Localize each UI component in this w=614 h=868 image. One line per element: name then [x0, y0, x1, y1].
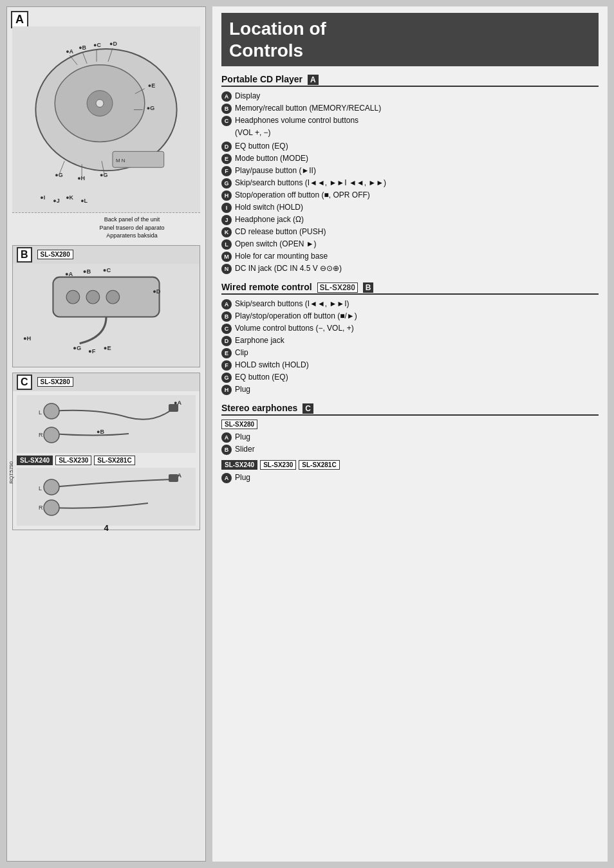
list-item: H Stop/operation off button (■, OPR OFF) — [221, 190, 599, 201]
list-item: C Headphones volume control buttons — [221, 115, 599, 126]
list-item: M Hole for car mounting base — [221, 251, 599, 262]
wired-remote-list: A Skip/search buttons (I◄◄, ►►I) B Play/… — [221, 299, 599, 395]
item-circle-f: F — [221, 166, 232, 176]
list-item: E Mode button (MODE) — [221, 153, 599, 164]
item-text: Play/pause button (►II) — [235, 165, 599, 176]
svg-text:●B: ●B — [97, 429, 104, 435]
item-circle-n: N — [221, 264, 232, 274]
list-item: D EQ button (EQ) — [221, 141, 599, 152]
list-item: C Volume control buttons (−, VOL, +) — [221, 323, 599, 334]
item-circle-b: B — [221, 311, 232, 322]
item-text: Display — [235, 91, 599, 102]
model-badge-sx281c-right: SL-SX281C — [299, 460, 339, 470]
item-text: Stop/operation off button (■, OPR OFF) — [235, 190, 599, 201]
item-text: DC IN jack (DC IN 4.5 V ⊖⊙⊕) — [235, 263, 599, 274]
list-item: F HOLD switch (HOLD) — [221, 360, 599, 371]
right-panel: Location of Controls Portable CD Player … — [212, 6, 608, 862]
item-circle-m: M — [221, 252, 232, 262]
list-item: E Clip — [221, 347, 599, 358]
item-text: Hold switch (HOLD) — [235, 202, 599, 213]
back-panel-text: Back panel of the unit Panel trasero del… — [64, 216, 200, 240]
model-badge-sx281c: SL-SX281C — [94, 456, 135, 465]
item-subtext: (VOL +, −) — [235, 127, 599, 138]
svg-text:L: L — [39, 485, 42, 492]
earphone-diagram-sl280: ●A L ●B R — [17, 395, 196, 453]
item-circle-g: G — [221, 373, 232, 383]
list-item: D Earphone jack — [221, 335, 599, 346]
item-circle-a: A — [221, 432, 232, 443]
item-text: Memory/recall button (MEMORY/RECALL) — [235, 103, 599, 114]
list-item: B Memory/recall button (MEMORY/RECALL) — [221, 103, 599, 114]
item-circle-c: C — [221, 324, 232, 334]
portable-cd-heading: Portable CD Player A — [221, 74, 599, 87]
title-block: Location of Controls — [221, 13, 599, 66]
vertical-label: RQT5790 — [8, 461, 14, 484]
svg-text:●J: ●J — [53, 198, 59, 204]
item-text: Hole for car mounting base — [235, 251, 599, 262]
item-circle-d: D — [221, 336, 232, 346]
stereo-earphones-box-label: C — [302, 403, 313, 414]
svg-text:●A: ●A — [66, 48, 73, 55]
svg-rect-52 — [169, 474, 178, 482]
model-sl280-badge-row: SL-SX280 — [221, 420, 599, 429]
svg-point-51 — [44, 500, 59, 515]
list-item: G EQ button (EQ) — [221, 372, 599, 383]
wired-remote-box-label: SL-SX280 — [317, 282, 358, 293]
list-item: G Skip/search buttons (I◄◄, ►►I ◄◄, ►►) — [221, 178, 599, 189]
item-text: Plug — [235, 432, 599, 443]
item-circle-g: G — [221, 178, 232, 189]
list-item: B Play/stop/operation off button (■/►) — [221, 311, 599, 322]
item-circle-d: D — [221, 142, 232, 152]
svg-text:●B: ●B — [83, 268, 91, 275]
svg-text:●L: ●L — [80, 198, 88, 204]
item-text: Slider — [235, 444, 599, 455]
section-c-header: C SL-SX280 — [13, 373, 200, 391]
section-c: C SL-SX280 ●A L ●B — [12, 373, 200, 530]
item-text: Volume control buttons (−, VOL, +) — [235, 323, 599, 334]
list-item: I Hold switch (HOLD) — [221, 202, 599, 213]
list-item: N DC IN jack (DC IN 4.5 V ⊖⊙⊕) — [221, 263, 599, 274]
item-circle-b: B — [221, 445, 232, 455]
item-text: Play/stop/operation off button (■/►) — [235, 311, 599, 322]
list-item: F Play/pause button (►II) — [221, 165, 599, 176]
model-others-badge-row: SL-SX240 SL-SX230 SL-SX281C — [221, 460, 599, 470]
item-circle-l: L — [221, 239, 232, 250]
section-b: B SL-SX280 ●A ●B — [12, 245, 200, 367]
svg-text:●H: ●H — [77, 175, 85, 181]
item-circle-a: A — [221, 473, 232, 483]
wired-remote-box-label2: B — [363, 282, 374, 293]
item-circle-i: I — [221, 203, 232, 213]
svg-text:●C: ●C — [103, 267, 111, 273]
item-text: Earphone jack — [235, 335, 599, 346]
section-c-letter: C — [17, 374, 32, 390]
model-badge-sl280: SL-SX280 — [221, 420, 257, 429]
svg-point-29 — [66, 290, 80, 304]
svg-text:●D: ●D — [109, 41, 117, 47]
svg-text:●E: ●E — [104, 345, 111, 351]
svg-point-31 — [106, 290, 120, 304]
item-text: Mode button (MODE) — [235, 153, 599, 164]
svg-point-3 — [96, 100, 104, 107]
item-text: EQ button (EQ) — [235, 372, 599, 383]
section-b-model: SL-SX280 — [37, 250, 73, 259]
svg-text:●D: ●D — [153, 288, 161, 295]
svg-text:●B: ●B — [79, 44, 86, 51]
item-circle-a: A — [221, 91, 232, 102]
svg-text:R: R — [39, 432, 43, 438]
svg-text:●A: ●A — [65, 270, 73, 277]
section-b-header: B SL-SX280 — [13, 246, 200, 264]
left-panel: A ●A ●B ●C ●D — [6, 6, 206, 862]
svg-text:●G: ●G — [55, 172, 62, 178]
page-wrapper: A ●A ●B ●C ●D — [0, 0, 614, 868]
item-text: Plug — [235, 472, 599, 483]
item-circle-e: E — [221, 348, 232, 358]
item-circle-h: H — [221, 190, 232, 201]
list-item: L Open switch (OPEN ►) — [221, 239, 599, 250]
earphones-others-list: A Plug — [221, 472, 599, 483]
item-text: Skip/search buttons (I◄◄, ►►I ◄◄, ►►) — [235, 178, 599, 189]
diagram-section-a: ●A ●B ●C ●D ●E ●G ●G — [12, 26, 200, 213]
svg-text:●E: ●E — [148, 82, 155, 89]
wired-remote-section: Wired remote control SL-SX280 B A Skip/s… — [221, 282, 599, 395]
list-item: K CD release button (PUSH) — [221, 226, 599, 237]
model-badge-sx230-right: SL-SX230 — [260, 460, 296, 470]
